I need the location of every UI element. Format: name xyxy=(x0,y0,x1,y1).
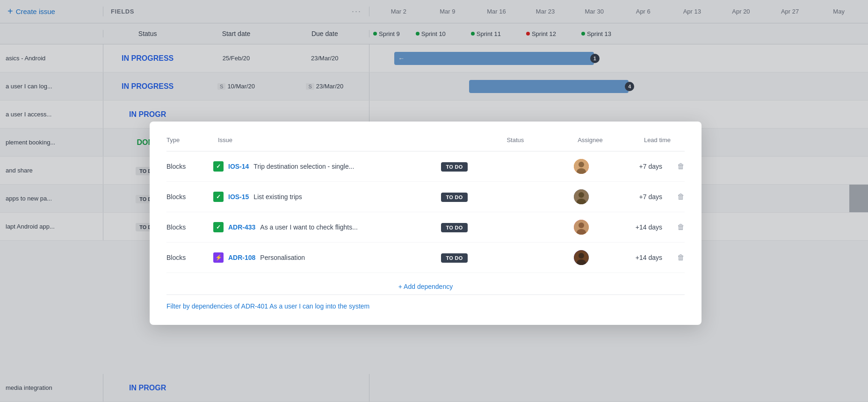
todo-badge-1: TO DO xyxy=(441,162,467,172)
row3-issue-id[interactable]: ADR-433 xyxy=(228,223,255,231)
table-row[interactable]: Blocks ✓ IOS-15 List existing trips TO D… xyxy=(166,182,685,212)
row1-type: Blocks xyxy=(166,151,213,182)
row4-issue-title: Personalisation xyxy=(260,254,305,261)
row1-status: TO DO xyxy=(413,151,566,182)
filter-link[interactable]: Filter by dependencies of ADR-401 As a u… xyxy=(166,294,685,310)
add-dependency-section: + Add dependency xyxy=(166,273,685,294)
dependency-modal: Type Issue Status Assignee Lead time Blo… xyxy=(150,122,702,325)
row1-issue-title: Trip destination selection - single... xyxy=(253,163,354,170)
lead-time-1: +7 days xyxy=(639,163,662,170)
assignee-avatar-4 xyxy=(574,250,589,265)
col-status-header: Status xyxy=(413,136,566,151)
row4-assignee xyxy=(566,243,616,273)
row3-leadtime: +14 days 🗑 xyxy=(616,212,685,243)
row4-leadtime: +14 days 🗑 xyxy=(616,243,685,273)
col-leadtime-header: Lead time xyxy=(616,136,685,151)
delete-icon-1[interactable]: 🗑 xyxy=(677,162,685,171)
col-assignee-header: Assignee xyxy=(566,136,616,151)
row4-issue-id[interactable]: ADR-108 xyxy=(228,254,255,261)
modal-overlay: Type Issue Status Assignee Lead time Blo… xyxy=(0,0,868,402)
svg-point-7 xyxy=(579,223,584,228)
svg-point-4 xyxy=(579,192,584,198)
row1-issue: ✓ IOS-14 Trip destination selection - si… xyxy=(213,151,413,182)
todo-badge-3: TO DO xyxy=(441,223,467,232)
delete-icon-3[interactable]: 🗑 xyxy=(677,223,685,231)
issue-icon-purple-1: ⚡ xyxy=(213,252,224,263)
col-type-header: Type xyxy=(166,136,213,151)
row3-issue-title: As a user I want to check flights... xyxy=(260,223,358,231)
row4-type: Blocks xyxy=(166,243,213,273)
todo-badge-4: TO DO xyxy=(441,253,467,263)
row2-issue: ✓ IOS-15 List existing trips xyxy=(213,182,413,212)
dependency-table: Type Issue Status Assignee Lead time Blo… xyxy=(166,136,685,273)
assignee-avatar-3 xyxy=(574,220,589,235)
assignee-avatar-1 xyxy=(574,159,589,174)
assignee-avatar-2 xyxy=(574,189,589,204)
issue-icon-green-3: ✓ xyxy=(213,222,224,232)
row1-issue-id[interactable]: IOS-14 xyxy=(228,163,249,170)
todo-badge-2: TO DO xyxy=(441,193,467,202)
row2-issue-title: List existing trips xyxy=(253,193,302,201)
table-row[interactable]: Blocks ⚡ ADR-108 Personalisation TO DO xyxy=(166,243,685,273)
lead-time-2: +7 days xyxy=(639,193,662,201)
row2-type: Blocks xyxy=(166,182,213,212)
svg-point-10 xyxy=(579,253,584,258)
delete-icon-2[interactable]: 🗑 xyxy=(677,193,685,201)
row1-assignee xyxy=(566,151,616,182)
row2-issue-id[interactable]: IOS-15 xyxy=(228,193,249,201)
table-header-row: Type Issue Status Assignee Lead time xyxy=(166,136,685,151)
row3-assignee xyxy=(566,212,616,243)
row2-status: TO DO xyxy=(413,182,566,212)
add-dependency-button[interactable]: + Add dependency xyxy=(398,283,453,290)
issue-icon-green-1: ✓ xyxy=(213,161,224,172)
row3-type: Blocks xyxy=(166,212,213,243)
row4-issue: ⚡ ADR-108 Personalisation xyxy=(213,243,413,273)
row2-leadtime: +7 days 🗑 xyxy=(616,182,685,212)
row3-issue: ✓ ADR-433 As a user I want to check flig… xyxy=(213,212,413,243)
table-row[interactable]: Blocks ✓ IOS-14 Trip destination selecti… xyxy=(166,151,685,182)
row1-leadtime: +7 days 🗑 xyxy=(616,151,685,182)
delete-icon-4[interactable]: 🗑 xyxy=(677,253,685,262)
table-row[interactable]: Blocks ✓ ADR-433 As a user I want to che… xyxy=(166,212,685,243)
row4-status: TO DO xyxy=(413,243,566,273)
issue-icon-green-2: ✓ xyxy=(213,192,224,202)
col-issue-header: Issue xyxy=(213,136,413,151)
svg-point-1 xyxy=(579,162,584,167)
lead-time-3: +14 days xyxy=(636,223,662,231)
row2-assignee xyxy=(566,182,616,212)
lead-time-4: +14 days xyxy=(636,254,662,261)
row3-status: TO DO xyxy=(413,212,566,243)
